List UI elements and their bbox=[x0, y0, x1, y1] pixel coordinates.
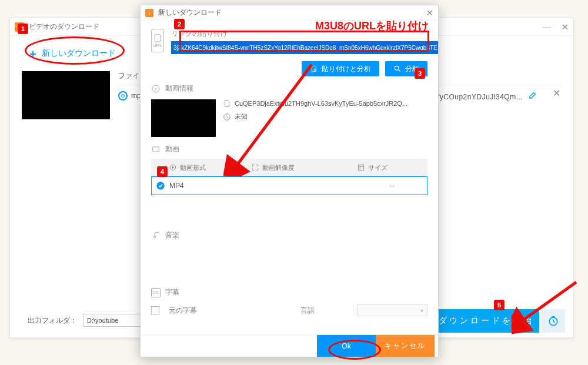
resolution-col-icon bbox=[251, 163, 259, 172]
app-icon: ↓ bbox=[145, 9, 153, 17]
annotation-badge-4: 4 bbox=[157, 166, 168, 177]
annotation-circle-1 bbox=[25, 36, 125, 65]
clock-icon bbox=[223, 113, 231, 121]
video-duration-line: 未知 bbox=[223, 112, 407, 121]
svg-point-4 bbox=[395, 66, 399, 70]
file-icon bbox=[223, 99, 231, 108]
item-url-truncated: isgfyCOup2nYDJuJl34Qm... bbox=[427, 90, 538, 101]
format-ring-icon bbox=[118, 91, 128, 101]
main-window-title: ビデオのダウンロード bbox=[29, 22, 99, 32]
annotation-circle-ok bbox=[328, 340, 381, 360]
col-res-label: 動画解像度 bbox=[262, 163, 295, 172]
cancel-button[interactable]: キャンセル bbox=[376, 335, 435, 357]
annotation-badge-3: 3 bbox=[415, 68, 425, 79]
info-icon bbox=[151, 84, 161, 93]
svg-point-3 bbox=[314, 69, 316, 71]
paste-analyze-label: 貼り付けと分析 bbox=[322, 64, 371, 74]
language-label: 言語 bbox=[300, 306, 315, 316]
format-table-header: 動画形式 動画解像度 サイズ bbox=[151, 159, 427, 176]
video-section-header: 動画 bbox=[151, 144, 427, 154]
music-icon bbox=[151, 231, 161, 240]
window-controls: — ✕ bbox=[543, 22, 569, 32]
paste-and-analyze-button[interactable]: 貼り付けと分析 bbox=[302, 61, 379, 76]
subtitle-options-row: 元の字幕 言語 ▾ bbox=[151, 304, 427, 316]
remove-item-button[interactable]: ✕ bbox=[553, 88, 560, 99]
video-info-header: 動画情報 bbox=[151, 83, 427, 93]
size-col-icon bbox=[357, 163, 365, 172]
dialog-close-button[interactable]: ✕ bbox=[426, 8, 433, 18]
start-download-button[interactable]: ダウンロードを開始 bbox=[433, 309, 539, 333]
dialog-footer: Ok キャンセル bbox=[141, 334, 438, 357]
dialog-title: 新しいダウンロード bbox=[158, 8, 222, 18]
schedule-button[interactable] bbox=[542, 309, 565, 333]
col-format-label: 動画形式 bbox=[180, 163, 206, 172]
subtitle-section-header: CC 字幕 bbox=[151, 287, 427, 297]
annotation-badge-1: 1 bbox=[18, 24, 28, 34]
video-duration: 未知 bbox=[235, 112, 248, 121]
analyze-buttons-row: 貼り付けと分析 分析 bbox=[151, 61, 427, 76]
edit-pencil-icon[interactable] bbox=[529, 90, 538, 99]
original-subs-checkbox[interactable] bbox=[151, 306, 159, 314]
original-subs-label: 元の字幕 bbox=[169, 306, 197, 316]
new-download-dialog: ↓ 新しいダウンロード ✕ URL リンクの貼り付け 3j3kZK64C9kdk… bbox=[140, 5, 439, 357]
annotation-badge-2: 2 bbox=[174, 19, 185, 29]
svg-rect-7 bbox=[153, 147, 159, 152]
start-download-label: ダウンロードを開始 bbox=[439, 316, 534, 326]
checked-icon bbox=[156, 181, 165, 190]
svg-rect-1 bbox=[155, 35, 160, 42]
url-icon: URL bbox=[151, 29, 164, 52]
clipboard-search-icon bbox=[310, 65, 318, 73]
minimize-button[interactable]: — bbox=[543, 22, 551, 32]
video-icon bbox=[151, 145, 161, 154]
music-section-header: 音楽 bbox=[151, 230, 427, 240]
video-thumbnail bbox=[22, 71, 110, 119]
video-filename: CuQEP3DjaExteIu2TH9ghV-L63svKyTyEu-5apb5… bbox=[235, 100, 407, 107]
format-row[interactable]: MP4 -- bbox=[151, 176, 427, 195]
tab-file[interactable]: ファイ bbox=[118, 71, 139, 81]
col-size-label: サイズ bbox=[368, 163, 387, 172]
format-col-icon bbox=[169, 163, 177, 172]
close-button[interactable]: ✕ bbox=[562, 22, 569, 32]
annotation-callout-text: M3U8のURLを貼り付け bbox=[315, 19, 429, 33]
svg-rect-9 bbox=[358, 165, 363, 170]
clock-icon bbox=[547, 315, 559, 327]
dialog-content: URL リンクの貼り付け 3j3kZK64C9kdkjtwSt84S-vnnTH… bbox=[141, 21, 438, 334]
video-thumbnail bbox=[151, 99, 216, 137]
output-folder-label: 出力フォルダ： bbox=[28, 316, 77, 326]
format-size: -- bbox=[358, 182, 427, 190]
language-select[interactable]: ▾ bbox=[357, 304, 427, 316]
video-info-row: CuQEP3DjaExteIu2TH9ghV-L63svKyTyEu-5apb5… bbox=[151, 99, 427, 137]
search-icon bbox=[393, 65, 402, 73]
cancel-label: キャンセル bbox=[385, 341, 426, 351]
video-filename-line: CuQEP3DjaExteIu2TH9ghV-L63svKyTyEu-5apb5… bbox=[223, 99, 407, 108]
annotation-rect-2 bbox=[179, 31, 429, 52]
cc-icon: CC bbox=[151, 288, 161, 297]
format-name: MP4 bbox=[169, 182, 252, 190]
annotation-badge-5: 5 bbox=[494, 300, 505, 310]
